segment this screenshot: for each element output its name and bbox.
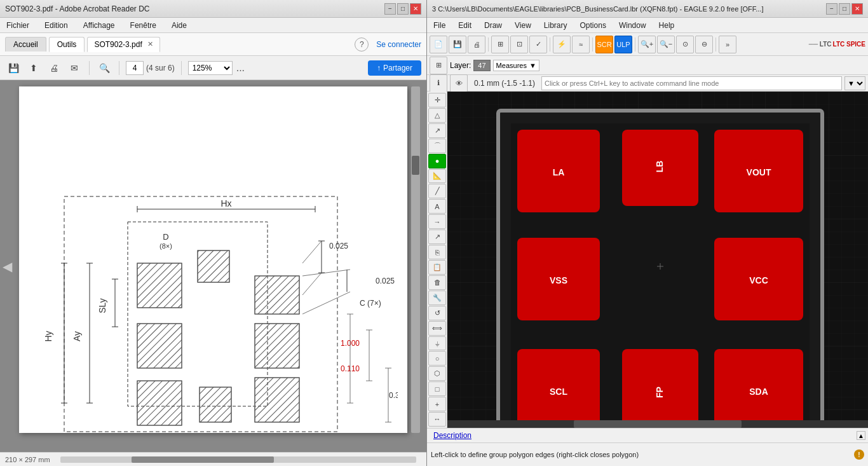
page-number-input[interactable] xyxy=(126,61,144,75)
line-tool[interactable]: ╱ xyxy=(428,184,446,198)
info-button[interactable]: ℹ xyxy=(430,74,447,92)
rect-tool[interactable]: □ xyxy=(428,381,446,396)
more-button[interactable]: ... xyxy=(236,62,245,74)
plus-tool[interactable]: + xyxy=(428,397,446,411)
grid-button[interactable]: ⊞ xyxy=(491,36,509,53)
eagle-menu-window[interactable]: Window xyxy=(615,20,650,31)
scr-button[interactable]: SCR xyxy=(595,36,613,53)
menu-fenetre[interactable]: Fenêtre xyxy=(126,20,160,31)
d-mult-label: (8×) xyxy=(159,242,172,250)
cmd-dropdown[interactable]: ▼ xyxy=(844,76,865,90)
move-tool[interactable]: ✛ xyxy=(428,93,446,107)
layer-color-button[interactable]: 47 xyxy=(473,60,490,71)
drc-button[interactable]: ✓ xyxy=(529,36,547,53)
menu-fichier[interactable]: Fichier xyxy=(3,20,33,31)
pdf-scrollbar[interactable] xyxy=(411,86,420,433)
more-tools-button[interactable]: » xyxy=(719,36,736,53)
paste-tool[interactable]: 📋 xyxy=(428,260,446,275)
copy-tool[interactable]: ⎘ xyxy=(428,245,446,259)
arc-tool[interactable]: ⌒ xyxy=(428,139,446,153)
circle-tool[interactable]: ○ xyxy=(428,351,446,366)
zoom-out-button[interactable]: 🔍− xyxy=(657,36,675,53)
eagle-window: 3 C:\Users\LB\Documents\EAGLE\libraries\… xyxy=(427,0,868,466)
upload-icon[interactable]: ⬆ xyxy=(25,60,42,76)
eye-button[interactable]: 👁 xyxy=(450,74,468,92)
eagle-minimize-button[interactable]: − xyxy=(826,3,837,15)
save-icon[interactable]: 💾 xyxy=(5,60,22,76)
zoom-fit-button[interactable]: ⊙ xyxy=(676,36,694,53)
eagle-close-button[interactable]: ✕ xyxy=(851,3,863,15)
description-link[interactable]: Description xyxy=(430,430,475,441)
svg-line-42 xyxy=(302,241,322,263)
close-button[interactable]: ✕ xyxy=(410,3,421,15)
tab-document[interactable]: SOT902-3.pdf ✕ xyxy=(87,37,159,52)
autoroute-button[interactable]: ≈ xyxy=(572,36,590,53)
ulp-button[interactable]: ULP xyxy=(614,36,632,53)
tab-outils[interactable]: Outils xyxy=(49,37,85,52)
minimize-button[interactable]: − xyxy=(384,3,396,15)
maximize-button[interactable]: □ xyxy=(397,3,409,15)
help-button[interactable]: ? xyxy=(355,38,369,51)
via-tool[interactable]: ● xyxy=(428,154,446,168)
zoom-prev-button[interactable]: ⊖ xyxy=(695,36,713,53)
eagle-hscrollbar[interactable] xyxy=(447,420,868,428)
hx-label: Hx xyxy=(220,198,231,209)
zoom-in-button[interactable]: 🔍+ xyxy=(638,36,656,53)
rotate-tool[interactable]: ↺ xyxy=(428,306,446,320)
measure-tool[interactable]: 📐 xyxy=(428,169,446,184)
share-button[interactable]: ↑ Partager xyxy=(368,60,421,76)
command-line-input[interactable] xyxy=(541,76,842,90)
ratsnest-button[interactable]: ⊡ xyxy=(510,36,528,53)
prev-page-button[interactable]: ◀ xyxy=(3,259,12,274)
horizontal-scrollbar[interactable] xyxy=(60,456,416,463)
svg-rect-32 xyxy=(137,324,182,368)
wrench-tool[interactable]: 🔧 xyxy=(428,291,446,305)
eagle-hscrollbar-thumb[interactable] xyxy=(574,420,742,428)
arrow-h-tool[interactable]: ↔ xyxy=(428,412,446,427)
email-icon[interactable]: ✉ xyxy=(66,60,83,76)
new-button[interactable]: 📄 xyxy=(430,36,447,53)
tab-accueil[interactable]: Accueil xyxy=(5,37,46,51)
eagle-menu-view[interactable]: View xyxy=(511,20,535,31)
print-button[interactable]: 🖨 xyxy=(468,36,485,53)
arrow-tool[interactable]: → xyxy=(428,214,446,229)
text-tool[interactable]: A xyxy=(428,199,446,214)
mirror-tool[interactable]: ⟺ xyxy=(428,321,446,336)
connect-button[interactable]: Se connecter xyxy=(376,40,421,49)
save-button[interactable]: 💾 xyxy=(449,36,466,53)
eagle-canvas[interactable]: LA LB VOUT VSS VCC SCL FP xyxy=(447,92,868,428)
menu-affichage[interactable]: Affichage xyxy=(79,20,119,31)
tab-close-button[interactable]: ✕ xyxy=(147,40,153,48)
resistor-tool[interactable]: ⏚ xyxy=(428,336,446,351)
svg-rect-28 xyxy=(198,250,229,282)
svg-line-43 xyxy=(302,273,322,295)
eagle-menu-draw[interactable]: Draw xyxy=(480,20,506,31)
route-trace-tool[interactable]: ↗ xyxy=(428,123,446,138)
print-icon[interactable]: 🖨 xyxy=(46,60,62,76)
angle-tool[interactable]: △ xyxy=(428,108,446,123)
grid-toggle-button[interactable]: ⊞ xyxy=(430,57,447,74)
svg-line-45 xyxy=(302,292,350,314)
svg-rect-26 xyxy=(137,263,182,308)
eagle-menu-library[interactable]: Library xyxy=(540,20,571,31)
delete-tool[interactable]: 🗑 xyxy=(428,275,446,290)
pentagon-tool[interactable]: ⬡ xyxy=(428,366,446,381)
diagonal-tool[interactable]: ↗ xyxy=(428,230,446,244)
eagle-menu-help[interactable]: Help xyxy=(655,20,679,31)
horizontal-scroll-thumb[interactable] xyxy=(132,456,274,463)
layer-dropdown[interactable]: Measures ▼ xyxy=(493,60,539,71)
eagle-menu-edit[interactable]: Edit xyxy=(454,20,475,31)
pdf-scroll-thumb[interactable] xyxy=(412,156,419,175)
eagle-main: ✛ △ ↗ ⌒ ● 📐 ╱ A → ↗ ⎘ 📋 🗑 🔧 ↺ ⟺ ⏚ ○ ⬡ □ … xyxy=(427,92,868,428)
menu-edition[interactable]: Edition xyxy=(41,20,72,31)
menu-aide[interactable]: Aide xyxy=(168,20,191,31)
route-button[interactable]: ⚡ xyxy=(553,36,571,53)
eagle-menu-options[interactable]: Options xyxy=(576,20,610,31)
eagle-maximize-button[interactable]: □ xyxy=(839,3,850,15)
scroll-up-button[interactable]: ▲ xyxy=(857,431,865,440)
search-icon[interactable]: 🔍 xyxy=(96,60,112,76)
eagle-menu-file[interactable]: File xyxy=(430,20,449,31)
zoom-select[interactable]: 125% 100% 75% xyxy=(188,61,233,75)
svg-rect-30 xyxy=(255,276,299,314)
dropdown-arrow: ▼ xyxy=(529,62,536,69)
